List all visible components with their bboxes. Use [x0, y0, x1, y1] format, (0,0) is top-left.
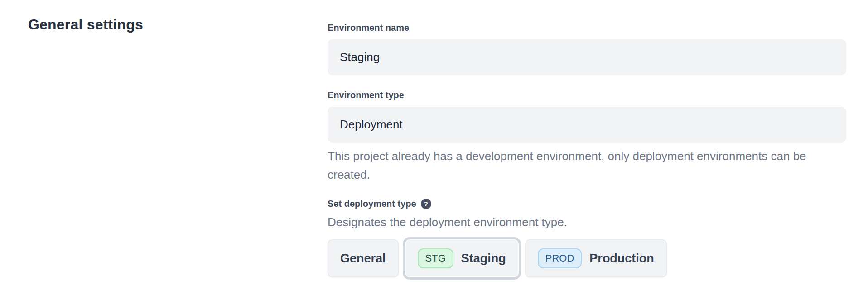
deployment-type-option-staging[interactable]: STG Staging — [405, 239, 519, 277]
deployment-type-option-production[interactable]: PROD Production — [525, 239, 667, 277]
environment-type-helper-text: This project already has a development e… — [328, 147, 846, 184]
deployment-type-option-general-label: General — [340, 252, 386, 266]
deployment-type-option-staging-label: Staging — [461, 252, 506, 266]
environment-name-label: Environment name — [328, 22, 846, 34]
prod-badge: PROD — [538, 248, 582, 268]
deployment-type-options: General STG Staging PROD Production — [328, 239, 846, 277]
deployment-type-option-production-label: Production — [589, 252, 654, 266]
environment-type-label: Environment type — [328, 89, 846, 101]
deployment-type-description: Designates the deployment environment ty… — [328, 214, 846, 230]
question-mark-icon[interactable]: ? — [421, 199, 431, 209]
stg-badge: STG — [418, 248, 453, 268]
page-title: General settings — [28, 16, 143, 33]
deployment-type-label-row: Set deployment type ? — [328, 198, 846, 210]
environment-type-input[interactable] — [328, 107, 846, 143]
deployment-type-option-general[interactable]: General — [328, 239, 399, 277]
settings-form: Environment name Environment type This p… — [328, 22, 846, 277]
deployment-type-label: Set deployment type — [328, 198, 416, 210]
environment-name-input[interactable] — [328, 39, 846, 75]
